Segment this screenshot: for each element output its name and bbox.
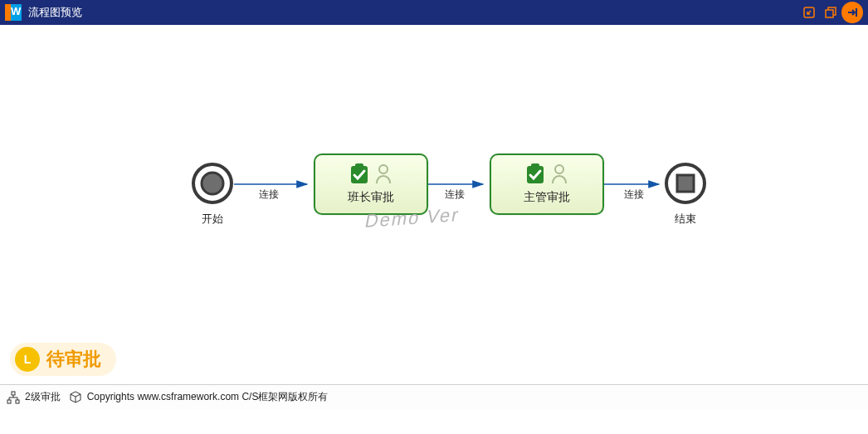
end-icon — [664, 162, 707, 205]
footer-bar: 2级审批 Copyrights www.csframework.com C/S框… — [0, 384, 868, 409]
start-icon — [191, 162, 234, 205]
svg-rect-11 — [677, 175, 694, 192]
svg-rect-8 — [531, 163, 539, 168]
start-label: 开始 — [191, 212, 234, 227]
flow-canvas[interactable]: 开始 班长审批 — [0, 25, 868, 409]
close-button[interactable] — [841, 2, 863, 23]
svg-point-9 — [555, 165, 563, 173]
task-label: 主管审批 — [491, 190, 602, 205]
clipboard-check-icon — [524, 162, 547, 185]
window-title: 流程图预览 — [28, 5, 82, 20]
svg-rect-13 — [7, 400, 11, 403]
svg-point-3 — [202, 173, 223, 194]
start-node[interactable]: 开始 — [191, 162, 234, 227]
connection-label: 连接 — [259, 188, 279, 202]
svg-rect-5 — [355, 163, 363, 168]
footer-copyright: Copyrights www.csframework.com C/S框架网版权所… — [87, 390, 329, 404]
restore-button[interactable] — [820, 2, 841, 23]
svg-rect-14 — [16, 400, 19, 403]
connection-label: 连接 — [445, 188, 465, 202]
hierarchy-icon — [7, 391, 20, 404]
task-team-lead-approval[interactable]: 班长审批 — [314, 154, 428, 215]
task-supervisor-approval[interactable]: 主管审批 — [490, 154, 604, 215]
task-label: 班长审批 — [315, 190, 427, 205]
status-icon: L — [15, 347, 40, 372]
titlebar: 流程图预览 — [0, 0, 868, 25]
app-logo — [5, 4, 22, 21]
status-label: 待审批 — [46, 347, 101, 372]
cube-icon — [69, 391, 82, 404]
svg-rect-12 — [12, 392, 15, 395]
status-badge: L 待审批 — [10, 343, 116, 376]
end-node[interactable]: 结束 — [664, 162, 707, 227]
user-icon — [374, 162, 394, 185]
svg-rect-1 — [826, 10, 833, 17]
clipboard-check-icon — [348, 162, 371, 185]
end-label: 结束 — [664, 212, 707, 227]
connection-label: 连接 — [624, 188, 644, 202]
user-icon — [550, 162, 570, 185]
footer-level: 2级审批 — [25, 390, 61, 404]
svg-point-6 — [379, 165, 388, 173]
minimize-button[interactable] — [798, 2, 820, 23]
